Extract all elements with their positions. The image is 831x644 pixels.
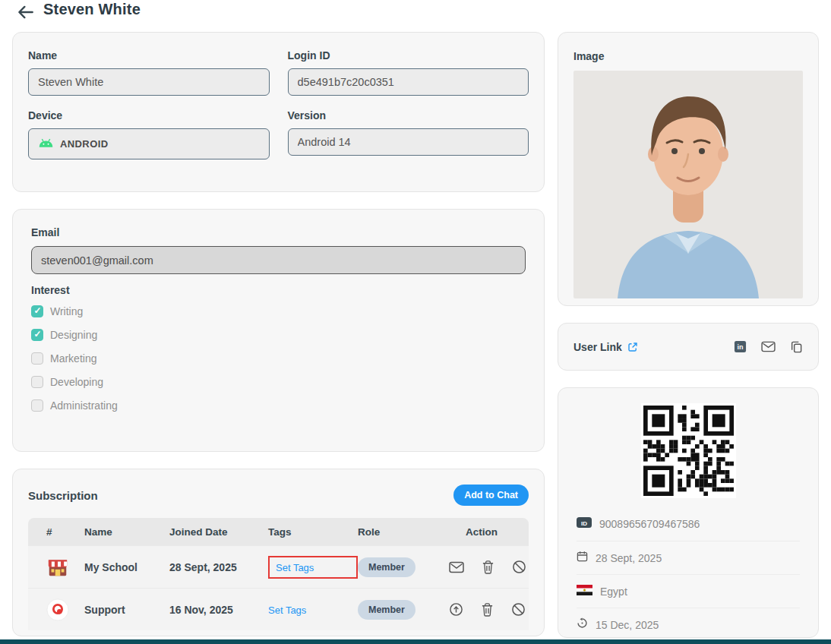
page-title: Steven White xyxy=(43,1,141,18)
name-field: Name xyxy=(28,49,270,96)
col-joined: Joined Date xyxy=(169,526,268,538)
interest-list: Writing Designing Marketing Developing A… xyxy=(31,305,526,412)
version-field: Version xyxy=(288,109,529,159)
mail-icon[interactable] xyxy=(449,561,464,573)
table-row: My School 28 Sept, 2025 Set Tags Member xyxy=(28,545,529,588)
checkbox-icon xyxy=(31,352,43,365)
device-input[interactable]: ANDROID xyxy=(28,128,270,159)
interest-option-writing[interactable]: Writing xyxy=(31,305,526,317)
email-input[interactable] xyxy=(31,246,526,274)
interest-option-marketing[interactable]: Marketing xyxy=(31,352,526,365)
header: Steven White xyxy=(0,0,831,27)
login-id-label: Login ID xyxy=(288,49,529,62)
user-link-label: User Link xyxy=(573,341,622,353)
interest-option-administrating[interactable]: Administrating xyxy=(31,399,526,412)
copy-icon[interactable] xyxy=(790,340,803,353)
android-icon xyxy=(38,138,54,150)
role-badge: Member xyxy=(358,600,416,620)
mail-icon[interactable] xyxy=(761,341,776,352)
col-tags: Tags xyxy=(268,526,358,538)
footer-bar xyxy=(0,639,831,644)
block-icon[interactable] xyxy=(512,560,526,574)
qr-info-card: ID 90089656709467586 28 Sept, 2025 Egypt… xyxy=(558,387,819,638)
col-num: # xyxy=(46,526,84,538)
calendar-icon xyxy=(577,551,588,565)
role-cell: Member xyxy=(358,600,449,620)
svg-text:ID: ID xyxy=(581,520,587,527)
block-icon[interactable] xyxy=(511,602,526,617)
basic-info-card: Name Login ID Device xyxy=(12,32,545,192)
user-link-card: User Link in xyxy=(558,323,819,371)
arrow-left-icon xyxy=(16,2,36,24)
back-button[interactable] xyxy=(15,2,36,24)
linkedin-icon[interactable]: in xyxy=(734,340,747,353)
row-name: Support xyxy=(84,604,169,616)
role-cell: Member xyxy=(358,557,449,577)
image-label: Image xyxy=(573,50,604,62)
set-tags-box: Set Tags xyxy=(268,603,358,617)
checkbox-icon xyxy=(31,329,43,341)
update-clock-icon xyxy=(577,617,588,632)
expiry-date-value: 15 Dec, 2025 xyxy=(596,619,659,631)
device-field: Device ANDROID xyxy=(28,109,270,159)
version-input[interactable] xyxy=(288,128,529,156)
user-detail-page: Steven White Name Login ID Device xyxy=(0,0,831,644)
joined-date-value: 28 Sept, 2025 xyxy=(596,552,662,564)
row-actions xyxy=(449,560,529,574)
id-badge-icon: ID xyxy=(577,517,592,531)
qr-code xyxy=(641,403,736,498)
user-photo xyxy=(573,71,803,298)
row-name: My School xyxy=(84,561,169,573)
table-header: # Name Joined Date Tags Role Action xyxy=(28,518,529,545)
upload-circle-icon[interactable] xyxy=(449,602,463,617)
egypt-flag-icon xyxy=(577,585,592,598)
name-input[interactable] xyxy=(28,68,270,96)
country-row: Egypt xyxy=(577,574,800,608)
set-tags-link[interactable]: Set Tags xyxy=(276,562,314,573)
set-tags-link[interactable]: Set Tags xyxy=(268,605,306,616)
school-icon xyxy=(46,556,69,579)
row-joined-date: 16 Nov, 2025 xyxy=(169,604,268,616)
subscription-card: Subscription Add to Chat # Name Joined D… xyxy=(12,469,545,636)
image-card: Image xyxy=(558,32,819,306)
checkbox-icon xyxy=(31,376,43,388)
joined-date-row: 28 Sept, 2025 xyxy=(577,541,800,574)
svg-text:in: in xyxy=(738,343,744,351)
device-label: Device xyxy=(28,109,270,122)
col-action: Action xyxy=(449,526,529,538)
country-value: Egypt xyxy=(600,586,627,598)
interest-option-designing[interactable]: Designing xyxy=(31,329,526,341)
interest-option-developing[interactable]: Developing xyxy=(31,376,526,388)
trash-icon[interactable] xyxy=(482,560,494,574)
role-badge: Member xyxy=(358,557,416,577)
expiry-date-row: 15 Dec, 2025 xyxy=(577,608,800,641)
user-id-value: 90089656709467586 xyxy=(599,518,700,530)
login-id-field: Login ID xyxy=(288,49,529,96)
table-row: Support 16 Nov, 2025 Set Tags Member xyxy=(28,588,529,630)
row-actions xyxy=(449,602,529,617)
col-name: Name xyxy=(84,526,169,538)
col-role: Role xyxy=(358,526,449,538)
version-label: Version xyxy=(288,109,529,122)
device-value: ANDROID xyxy=(60,138,108,150)
trash-icon[interactable] xyxy=(481,602,494,617)
checkbox-icon xyxy=(31,399,43,412)
email-label: Email xyxy=(31,226,526,238)
add-to-chat-button[interactable]: Add to Chat xyxy=(453,485,529,506)
login-id-input[interactable] xyxy=(288,68,529,96)
row-joined-date: 28 Sept, 2025 xyxy=(169,561,268,573)
support-icon xyxy=(46,598,69,621)
set-tags-highlight-box: Set Tags xyxy=(268,556,358,579)
subscription-table: # Name Joined Date Tags Role Action xyxy=(28,518,529,630)
subscription-title: Subscription xyxy=(28,489,98,502)
interest-label: Interest xyxy=(31,284,526,296)
name-label: Name xyxy=(28,49,270,62)
checkbox-icon xyxy=(31,305,43,317)
external-link-icon[interactable] xyxy=(627,342,638,352)
user-id-row: ID 90089656709467586 xyxy=(577,507,800,541)
contact-card: Email Interest Writing Designing Marketi… xyxy=(12,209,545,452)
